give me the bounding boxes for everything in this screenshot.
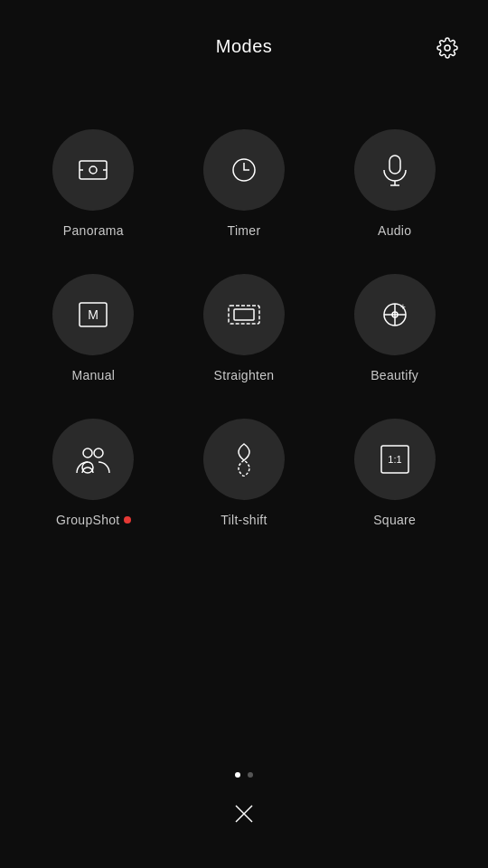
mode-label-straighten: Straighten	[214, 368, 275, 382]
svg-rect-11	[229, 306, 259, 324]
groupshot-icon	[75, 444, 111, 475]
mode-item-straighten[interactable]: Straighten	[169, 274, 320, 382]
mode-label-groupshot: GroupShot	[56, 513, 119, 527]
svg-text:M: M	[88, 307, 99, 322]
svg-rect-12	[234, 309, 254, 320]
square-icon: 1:1	[379, 443, 411, 476]
mode-item-manual[interactable]: M Manual	[18, 274, 169, 382]
manual-icon: M	[77, 300, 109, 329]
header: Modes	[0, 0, 488, 75]
mode-label-manual: Manual	[71, 368, 115, 382]
mode-label-beautify: Beautify	[371, 368, 418, 382]
gear-icon	[436, 37, 458, 59]
tiltshift-icon	[231, 442, 257, 476]
mode-label-timer: Timer	[228, 223, 261, 238]
beautify-icon: +	[380, 299, 410, 330]
mode-circle-audio	[354, 129, 436, 211]
close-icon	[234, 804, 254, 824]
mode-item-tiltshift[interactable]: Tilt-shift	[169, 419, 320, 527]
page-dot-1	[235, 772, 240, 778]
mode-item-square[interactable]: 1:1 Square	[319, 419, 470, 527]
svg-point-18	[83, 448, 92, 458]
page-indicators	[0, 772, 488, 778]
svg-point-2	[89, 166, 97, 174]
mode-circle-timer	[203, 129, 285, 211]
mode-circle-manual: M	[52, 274, 134, 355]
mode-label-square: Square	[373, 513, 416, 527]
groupshot-label-row: GroupShot	[56, 513, 130, 527]
mode-circle-groupshot	[52, 419, 134, 500]
mode-label-tiltshift: Tilt-shift	[221, 513, 267, 527]
mode-circle-square: 1:1	[354, 419, 436, 500]
mode-circle-beautify: +	[354, 274, 436, 355]
mode-circle-tiltshift	[203, 419, 285, 500]
svg-point-19	[94, 448, 103, 458]
settings-button[interactable]	[434, 34, 461, 61]
timer-icon	[229, 155, 259, 185]
new-badge-groupshot	[124, 516, 131, 524]
audio-icon	[381, 154, 408, 186]
svg-text:+: +	[400, 302, 406, 312]
mode-item-panorama[interactable]: Panorama	[18, 129, 169, 238]
straighten-icon	[227, 300, 261, 329]
page-dot-2	[248, 772, 253, 778]
mode-item-timer[interactable]: Timer	[169, 129, 320, 238]
svg-point-0	[445, 45, 450, 51]
mode-label-panorama: Panorama	[63, 223, 124, 238]
modes-grid: Panorama Timer Audio M	[0, 75, 488, 545]
page-title: Modes	[216, 36, 273, 57]
mode-item-groupshot[interactable]: GroupShot	[18, 419, 169, 527]
svg-rect-6	[389, 156, 400, 174]
svg-rect-1	[80, 161, 107, 179]
mode-item-audio[interactable]: Audio	[319, 129, 470, 238]
panorama-icon	[77, 158, 109, 182]
mode-circle-straighten	[203, 274, 285, 355]
mode-label-audio: Audio	[378, 223, 411, 238]
svg-text:1:1: 1:1	[388, 454, 401, 465]
mode-circle-panorama	[52, 129, 134, 211]
close-button[interactable]	[226, 796, 262, 832]
mode-item-beautify[interactable]: + Beautify	[319, 274, 470, 382]
